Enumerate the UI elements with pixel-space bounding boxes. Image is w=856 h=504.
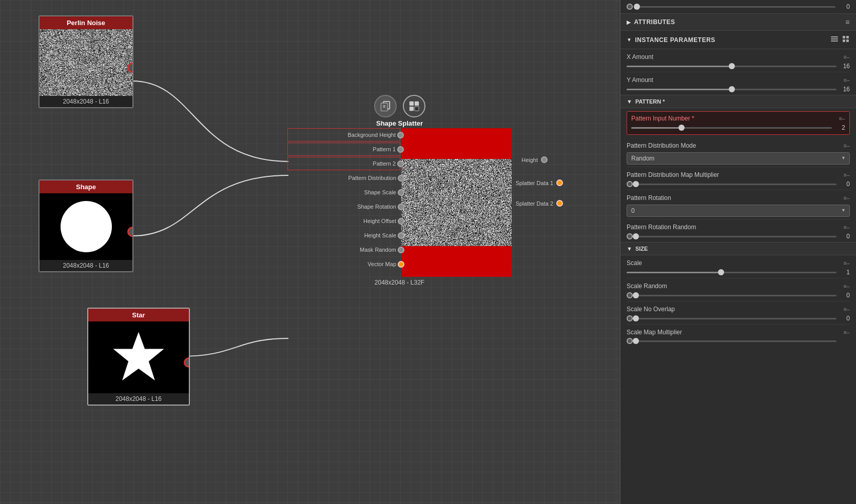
port-out-height[interactable] <box>541 156 548 163</box>
port-pattern2[interactable] <box>397 160 404 167</box>
scale-random-port[interactable] <box>627 292 633 298</box>
shape-node-title: Shape <box>40 180 132 193</box>
splatter-copy-btn[interactable] <box>374 95 397 117</box>
pattern-section-header[interactable]: ▼ Pattern * <box>620 95 856 108</box>
port-height-scale[interactable] <box>398 232 404 239</box>
scale-map-multiplier-menu[interactable]: ≡– <box>843 329 850 335</box>
port-vector-map[interactable] <box>398 261 404 268</box>
x-amount-thumb[interactable] <box>729 63 735 69</box>
size-params-group: Scale ≡– 1 Scale Random ≡– <box>620 255 856 346</box>
input-pattern2: Pattern 2 <box>287 157 400 170</box>
y-amount-thumb[interactable] <box>729 86 735 92</box>
scale-no-overlap-port[interactable] <box>627 315 633 321</box>
port-mask-random[interactable] <box>398 247 404 253</box>
splatter-inputs: Background Height Pattern 1 Pattern 2 Pa… <box>287 128 400 277</box>
port-background-height[interactable] <box>397 132 404 138</box>
svg-rect-12 <box>831 41 838 42</box>
scale-label: Scale <box>627 259 642 267</box>
y-amount-param: Y Amount ≡– 16 <box>627 72 850 95</box>
top-slider-row: 0 <box>620 0 856 14</box>
pattern-rotation-random-menu[interactable]: ≡– <box>843 224 850 230</box>
scale-param: Scale ≡– 1 <box>627 255 850 278</box>
svg-rect-13 <box>843 36 845 38</box>
y-amount-menu[interactable]: ≡– <box>843 77 850 83</box>
port-shape-scale[interactable] <box>398 189 404 196</box>
top-slider-value: 0 <box>840 3 850 10</box>
x-amount-value: 16 <box>840 63 850 70</box>
pattern-rotation-random-slider[interactable] <box>636 236 836 237</box>
scale-no-overlap-menu[interactable]: ≡– <box>843 306 850 312</box>
star-node-label: 2048x2048 - L16 <box>88 393 189 405</box>
svg-rect-7 <box>414 102 418 106</box>
x-amount-slider[interactable] <box>627 66 836 67</box>
attributes-menu-icon[interactable]: ≡ <box>845 18 850 26</box>
perlin-noise-title: Perlin Noise <box>40 16 132 29</box>
y-amount-slider[interactable] <box>627 89 836 90</box>
port-pattern1[interactable] <box>397 146 404 153</box>
instance-params-menu-icon[interactable] <box>830 35 839 45</box>
top-slider-thumb[interactable] <box>634 4 640 10</box>
scale-random-slider[interactable] <box>636 295 836 296</box>
x-amount-menu[interactable]: ≡– <box>843 54 850 60</box>
shape-circle <box>61 201 112 252</box>
shape-node[interactable]: Shape 2048x2048 - L16 <box>38 179 133 272</box>
instance-params-header[interactable]: ▼ INSTANCE PARAMETERS <box>620 31 856 49</box>
pattern-rotation-select[interactable]: 0 90 180 270 Random <box>627 205 850 217</box>
scale-map-multiplier-slider[interactable] <box>636 340 836 342</box>
pattern-rotation-menu[interactable]: ≡– <box>843 195 850 201</box>
port-out-splatter1[interactable] <box>556 179 563 186</box>
y-amount-value: 16 <box>840 86 850 93</box>
svg-rect-16 <box>846 39 849 42</box>
pattern-distribution-mode-label: Pattern Distribution Mode <box>627 142 696 149</box>
pattern-input-number-slider[interactable] <box>631 127 832 129</box>
output-height: Height <box>521 156 548 163</box>
scale-random-param: Scale Random ≡– 0 <box>627 278 850 301</box>
port-height-offset[interactable] <box>398 218 404 225</box>
pattern-rotation-random-port[interactable] <box>627 233 633 239</box>
pattern-dist-map-mult-value: 0 <box>840 180 850 188</box>
star-node[interactable]: Star 2048x2048 - L16 <box>87 308 190 406</box>
pattern-rotation-random-param: Pattern Rotation Random ≡– 0 <box>627 219 850 242</box>
scale-no-overlap-slider[interactable] <box>636 318 836 319</box>
instance-params-extra-icon[interactable] <box>842 35 850 45</box>
attributes-section-header[interactable]: ▶ ATTRIBUTES ≡ <box>620 14 856 31</box>
scale-map-multiplier-param: Scale Map Multiplier ≡– <box>627 325 850 346</box>
pattern-input-number-thumb[interactable] <box>678 125 685 131</box>
instance-params-label: INSTANCE PARAMETERS <box>635 36 715 44</box>
scale-menu[interactable]: ≡– <box>843 260 850 266</box>
splatter-preview: Height Splatter Data 1 Splatter Data 2 <box>401 128 512 277</box>
pattern-dist-map-mult-slider[interactable] <box>636 184 836 185</box>
canvas-area[interactable]: Perlin Noise 2048x2048 - L16 Shape 2048x… <box>0 0 620 504</box>
input-vector-map: Vector Map <box>287 257 400 271</box>
top-slider-track[interactable] <box>637 6 835 8</box>
svg-rect-10 <box>831 36 838 37</box>
pattern-rotation-dropdown-wrapper: 0 90 180 270 Random <box>627 204 850 217</box>
top-slider-port[interactable] <box>627 4 633 10</box>
scale-no-overlap-value: 0 <box>840 315 850 322</box>
perlin-noise-preview <box>40 29 132 96</box>
pattern-distribution-mode-select[interactable]: Random Uniform Clustered <box>627 152 850 165</box>
scale-random-menu[interactable]: ≡– <box>843 283 850 289</box>
svg-rect-11 <box>831 38 838 39</box>
port-out-splatter2[interactable] <box>556 200 563 207</box>
size-section-header[interactable]: ▼ Size <box>620 242 856 255</box>
svg-rect-14 <box>846 36 849 38</box>
scale-slider[interactable] <box>627 272 836 273</box>
perlin-noise-node[interactable]: Perlin Noise 2048x2048 - L16 <box>38 15 133 108</box>
instance-params-group: X Amount ≡– 16 Y Amount ≡– <box>620 49 856 95</box>
port-pattern-distribution[interactable] <box>398 175 404 182</box>
scale-map-multiplier-port[interactable] <box>627 338 633 344</box>
pattern-input-number-menu[interactable]: ≡– <box>839 115 845 122</box>
pattern-dist-map-mult-port[interactable] <box>627 181 633 187</box>
star-node-title: Star <box>88 309 189 321</box>
svg-marker-0 <box>113 332 164 381</box>
pattern-distribution-mode-menu[interactable]: ≡– <box>843 143 850 149</box>
input-mask-random: Mask Random <box>287 243 400 256</box>
port-shape-rotation[interactable] <box>398 204 404 210</box>
scale-value: 1 <box>840 269 850 276</box>
input-height-scale: Height Scale <box>287 229 400 242</box>
pattern-dist-map-mult-menu[interactable]: ≡– <box>843 172 850 178</box>
scale-no-overlap-label: Scale No Overlap <box>627 306 675 313</box>
splatter-view-btn[interactable] <box>403 95 425 117</box>
scale-random-value: 0 <box>840 292 850 299</box>
